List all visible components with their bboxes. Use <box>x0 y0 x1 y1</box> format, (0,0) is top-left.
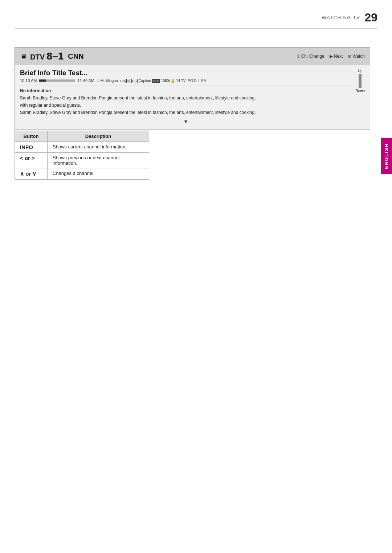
watch-control[interactable]: ⊛ Watch <box>348 54 365 59</box>
ch-change-label: Ch. Change <box>301 54 324 59</box>
ch-change-icon: ⇕ <box>297 54 300 59</box>
channel-number: 8–1 <box>47 50 64 62</box>
header-title: WATCHING TV <box>322 15 360 20</box>
down-arrow: ▼ <box>20 119 352 124</box>
time-end: 11:40 AM <box>77 78 94 83</box>
col-header-description: Description <box>48 131 149 142</box>
table-cell-description: Changes a channel. <box>48 168 149 180</box>
table-row: INFOShows current channel information. <box>15 142 149 153</box>
table-cell-description: Shows previous or next channel informati… <box>48 153 149 168</box>
watch-icon: ⊛ <box>348 54 351 59</box>
next-label: Next <box>334 54 343 59</box>
scroll-controls: Up Down <box>355 69 365 93</box>
topbar-controls: ⇕ Ch. Change ▶ Next ⊛ Watch <box>297 54 365 59</box>
info-panel-body-inner: Brief Info Title Test... 10:10 AM 11:40 … <box>20 69 365 124</box>
time-bar-bg <box>39 79 75 82</box>
watch-label: Watch <box>352 54 365 59</box>
description-line-2: with regular and special guests. <box>20 102 352 108</box>
table-cell-button: ∧ or ∨ <box>15 168 48 180</box>
program-title: Brief Info Title Test... <box>20 69 352 77</box>
next-control[interactable]: ▶ Next <box>330 54 343 59</box>
description-line-3: Sarah Bradley, Steve Gray and Brendon Po… <box>20 109 352 116</box>
table-row: < or >Shows previous or next channel inf… <box>15 153 149 168</box>
channel-prefix: DTV 8–1 <box>30 50 64 62</box>
time-start: 10:10 AM <box>20 78 37 83</box>
ch-change-control[interactable]: ⇕ Ch. Change <box>297 54 324 59</box>
table-cell-button: INFO <box>15 142 48 153</box>
description-line-1: Sarah Bradley, Steve Gray and Brendon Po… <box>20 95 352 101</box>
table-row: ∧ or ∨Changes a channel. <box>15 168 149 180</box>
scroll-bar[interactable] <box>359 74 362 88</box>
header-divider <box>15 28 377 29</box>
channel-name: CNN <box>68 52 83 61</box>
english-tab: ENGLISH <box>381 138 392 174</box>
reference-table: Button Description INFOShows current cha… <box>15 131 149 180</box>
time-icons: ⊙ Multilingual DDD CC Caption 16:9 1080i… <box>97 79 207 83</box>
info-panel-body: Brief Info Title Test... 10:10 AM 11:40 … <box>15 65 370 130</box>
time-bar <box>39 79 75 82</box>
time-row: 10:10 AM 11:40 AM ⊙ Multilingual DDD CC … <box>20 78 352 83</box>
col-header-button: Button <box>15 131 48 142</box>
info-panel: 🖥 DTV 8–1 CNN ⇕ Ch. Change ▶ Next ⊛ Watc… <box>15 47 370 130</box>
no-info-label: No information <box>20 86 352 93</box>
scroll-down-label: Down <box>355 89 365 93</box>
scroll-up-label: Up <box>358 69 363 73</box>
time-bar-fill <box>39 79 46 82</box>
channel-info: 🖥 DTV 8–1 CNN <box>20 50 84 62</box>
table-cell-description: Shows current channel information. <box>48 142 149 153</box>
tv-icon: 🖥 <box>20 53 26 60</box>
info-panel-topbar: 🖥 DTV 8–1 CNN ⇕ Ch. Change ▶ Next ⊛ Watc… <box>15 48 370 65</box>
table-cell-button: < or > <box>15 153 48 168</box>
page-number: 29 <box>364 11 377 24</box>
next-icon: ▶ <box>330 54 333 59</box>
page-header: WATCHING TV 29 <box>322 11 377 24</box>
